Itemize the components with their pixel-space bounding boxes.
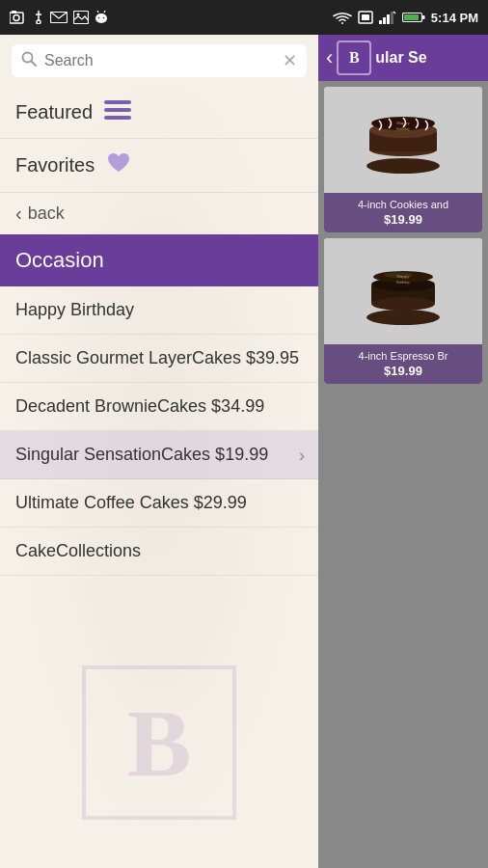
favorites-label: Favorites [15, 154, 95, 176]
search-icon [21, 51, 37, 70]
product-name-espresso: 4-inch Espresso Br [332, 350, 474, 362]
svg-point-2 [14, 15, 19, 21]
right-panel-header: ‹ B ular Se [318, 35, 488, 81]
favorites-nav-item[interactable]: Favorites [0, 139, 318, 192]
svg-rect-16 [362, 14, 369, 20]
back-chevron-icon: ‹ [15, 203, 22, 225]
cake-illustration-2: Happy Birthday [360, 248, 447, 335]
svg-point-13 [98, 17, 100, 19]
product-name-cookies: 4-inch Cookies and [332, 199, 474, 210]
battery-icon [402, 11, 425, 24]
menu-item-singular-sensation[interactable]: Singular SensationCakes $19.99 › [0, 431, 318, 479]
svg-line-21 [393, 12, 395, 14]
menu-item-label: Ultimate Coffee Cakes $29.99 [15, 493, 247, 512]
svg-point-39 [371, 297, 435, 311]
watermark-banner [82, 665, 236, 820]
svg-rect-19 [387, 14, 390, 24]
screenshot-icon [10, 11, 27, 24]
menu-item-label: Happy Birthday [15, 300, 134, 319]
svg-rect-28 [104, 108, 131, 112]
status-icons-left [10, 11, 108, 24]
menu-item-classic-gourmet[interactable]: Classic Gourmet LayerCakes $39.95 [0, 335, 318, 383]
back-button[interactable]: ‹ back [0, 193, 318, 234]
mail-icon [50, 12, 68, 23]
left-panel: ✕ Featured Favorites ‹ back Occasion [0, 35, 318, 868]
svg-rect-18 [383, 17, 386, 24]
brand-badge: B [337, 41, 371, 75]
search-clear-button[interactable]: ✕ [283, 50, 297, 71]
status-icons-right: 5:14 PM [333, 11, 478, 25]
menu-icon [104, 100, 131, 124]
menu-item-cake-collections[interactable]: CakeCollections [0, 528, 318, 576]
product-price-cookies: $19.99 [332, 212, 474, 227]
svg-point-8 [77, 14, 80, 16]
svg-rect-10 [96, 15, 106, 21]
brand-letter: B [349, 49, 360, 67]
menu-item-decadent-brownie[interactable]: Decadent BrownieCakes $34.99 [0, 383, 318, 431]
signal-icon [379, 11, 396, 24]
featured-label: Featured [15, 101, 93, 123]
menu-item-label: CakeCollections [15, 541, 141, 560]
svg-rect-20 [391, 12, 393, 24]
svg-line-12 [104, 11, 105, 13]
search-bar[interactable]: ✕ [12, 44, 307, 77]
svg-point-30 [366, 158, 440, 174]
svg-point-5 [37, 20, 41, 24]
menu-item-label: Singular SensationCakes $19.99 [15, 445, 268, 464]
svg-text:Happy: Happy [396, 121, 410, 125]
svg-rect-29 [104, 116, 131, 120]
back-label: back [28, 203, 65, 224]
image-icon [73, 11, 89, 24]
occasion-header: Occasion [0, 234, 318, 286]
svg-text:Birthday: Birthday [396, 126, 410, 131]
product-image-cookies: Happy Birthday [324, 87, 482, 193]
product-price-espresso: $19.99 [332, 364, 474, 378]
product-info-cookies: 4-inch Cookies and $19.99 [324, 193, 482, 232]
svg-point-37 [366, 310, 440, 325]
right-panel-back-button[interactable]: ‹ [326, 45, 333, 70]
svg-rect-23 [404, 14, 419, 20]
svg-line-11 [97, 11, 98, 13]
svg-text:Happy: Happy [396, 274, 410, 279]
wifi-icon [333, 11, 352, 24]
product-image-espresso: Happy Birthday [324, 238, 482, 344]
heart-icon [106, 152, 131, 178]
sim-icon [358, 11, 373, 24]
featured-nav-item[interactable]: Featured [0, 87, 318, 138]
menu-item-happy-birthday[interactable]: Happy Birthday [0, 286, 318, 335]
svg-rect-0 [10, 13, 23, 23]
svg-point-14 [103, 17, 105, 19]
right-panel: ‹ B ular Se [318, 35, 488, 868]
svg-rect-24 [422, 15, 425, 19]
svg-rect-17 [379, 20, 382, 24]
usb-icon [33, 11, 44, 24]
svg-rect-1 [12, 11, 16, 14]
menu-item-label: Decadent BrownieCakes $34.99 [15, 396, 264, 416]
product-card-espresso[interactable]: Happy Birthday 4-inch Espresso Br $19.99 [324, 238, 482, 384]
android-icon [95, 11, 108, 24]
product-info-espresso: 4-inch Espresso Br $19.99 [324, 344, 482, 384]
time-display: 5:14 PM [431, 11, 478, 25]
occasion-label: Occasion [15, 248, 104, 272]
menu-item-ultimate-coffee[interactable]: Ultimate Coffee Cakes $29.99 [0, 479, 318, 528]
cake-illustration-1: Happy Birthday [360, 96, 447, 183]
svg-rect-27 [104, 100, 131, 104]
status-bar: 5:14 PM [0, 0, 488, 35]
menu-item-label: Classic Gourmet LayerCakes $39.95 [15, 348, 299, 367]
svg-line-26 [32, 62, 37, 67]
search-input[interactable] [44, 52, 283, 69]
product-card-cookies[interactable]: Happy Birthday 4-inch Cookies and $19.99 [324, 87, 482, 232]
right-panel-title: ular Se [375, 49, 426, 67]
svg-text:Birthday: Birthday [396, 280, 410, 285]
chevron-right-icon: › [299, 445, 305, 465]
